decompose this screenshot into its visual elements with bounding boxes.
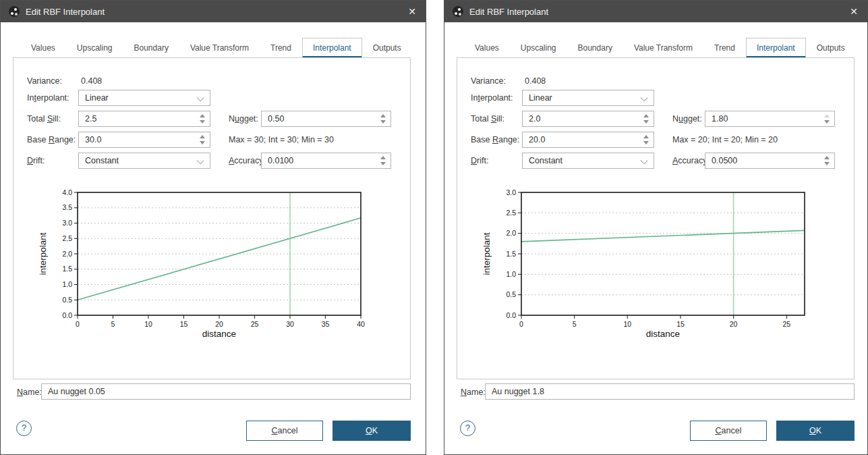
name-input[interactable] bbox=[485, 383, 855, 400]
accuracy-input[interactable] bbox=[261, 153, 391, 169]
name-field bbox=[41, 383, 411, 400]
x-tick-label: 35 bbox=[322, 320, 330, 328]
tab-trend[interactable]: Trend bbox=[260, 38, 302, 59]
y-tick-label: 0.0 bbox=[62, 311, 72, 319]
nugget-input[interactable] bbox=[261, 111, 391, 127]
nugget-field bbox=[705, 111, 835, 127]
edit-rbf-interpolant-dialog: Edit RBF Interpolant ✕ ValuesUpscalingBo… bbox=[444, 0, 868, 455]
nugget-label: Nugget: bbox=[229, 114, 258, 124]
tab-values[interactable]: Values bbox=[464, 38, 510, 59]
close-icon[interactable]: ✕ bbox=[407, 6, 417, 17]
interpolant-select[interactable]: Linear bbox=[78, 90, 210, 106]
nugget-spinner[interactable] bbox=[380, 113, 386, 124]
base-range-label: Base Range: bbox=[471, 135, 519, 144]
base-range-spinner[interactable] bbox=[643, 134, 649, 145]
x-tick-label: 0 bbox=[519, 320, 523, 328]
tab-outputs[interactable]: Outputs bbox=[362, 38, 412, 59]
x-tick-label: 10 bbox=[144, 320, 152, 328]
ok-button[interactable]: OK bbox=[332, 421, 411, 441]
interpolant-label: Interpolant: bbox=[471, 93, 513, 103]
y-tick-label: 1.5 bbox=[506, 250, 516, 258]
accuracy-spinner[interactable] bbox=[380, 155, 386, 166]
tab-value-transform[interactable]: Value Transform bbox=[179, 38, 260, 59]
rbf-interpolant-icon bbox=[453, 6, 463, 17]
interpolant-label: Interpolant: bbox=[27, 93, 69, 103]
y-axis-label: interpolant bbox=[482, 232, 492, 275]
y-tick-label: 1.5 bbox=[62, 265, 72, 273]
tab-upscaling[interactable]: Upscaling bbox=[66, 38, 123, 59]
x-tick-label: 30 bbox=[286, 320, 294, 328]
ok-button[interactable]: OK bbox=[776, 421, 855, 441]
total-sill-field bbox=[78, 111, 210, 127]
tab-trend[interactable]: Trend bbox=[703, 38, 746, 59]
tab-boundary[interactable]: Boundary bbox=[567, 38, 623, 59]
drift-select[interactable]: Constant bbox=[522, 153, 654, 169]
interpolant-selected-value: Linear bbox=[85, 93, 109, 103]
total-sill-spinner[interactable] bbox=[643, 113, 649, 124]
chevron-down-icon bbox=[197, 157, 204, 165]
content-groupbox: Variance: 0.408 Interpolant: Linear Tota… bbox=[457, 57, 855, 379]
total-sill-input[interactable] bbox=[78, 111, 210, 127]
accuracy-field bbox=[705, 153, 835, 169]
x-tick-label: 5 bbox=[573, 320, 577, 328]
x-axis-label: distance bbox=[202, 329, 236, 339]
nugget-label: Nugget: bbox=[672, 114, 702, 124]
y-tick-label: 0.5 bbox=[62, 296, 72, 304]
accuracy-spinner[interactable] bbox=[823, 155, 830, 166]
help-icon[interactable]: ? bbox=[460, 421, 475, 436]
chevron-down-icon bbox=[641, 157, 648, 165]
help-icon[interactable]: ? bbox=[16, 421, 32, 436]
nugget-spinner[interactable] bbox=[823, 113, 830, 124]
content-groupbox: Variance: 0.408 Interpolant: Linear Tota… bbox=[13, 57, 411, 379]
total-sill-spinner[interactable] bbox=[199, 113, 206, 124]
x-tick-label: 40 bbox=[357, 320, 365, 328]
x-tick-label: 10 bbox=[623, 320, 631, 328]
tab-interpolant[interactable]: Interpolant bbox=[746, 38, 806, 59]
tab-interpolant[interactable]: Interpolant bbox=[302, 38, 362, 59]
tab-boundary[interactable]: Boundary bbox=[123, 38, 179, 59]
base-range-spinner[interactable] bbox=[199, 134, 206, 145]
x-tick-label: 20 bbox=[730, 320, 738, 328]
base-range-input[interactable] bbox=[78, 132, 210, 148]
titlebar[interactable]: Edit RBF Interpolant ✕ bbox=[1, 1, 426, 22]
y-tick-label: 2.5 bbox=[506, 209, 516, 217]
y-tick-label: 2.0 bbox=[506, 229, 516, 237]
tab-value-transform[interactable]: Value Transform bbox=[623, 38, 703, 59]
interpolant-vs-distance-chart: 0.00.51.01.52.02.53.03.54.00510152025303… bbox=[13, 188, 399, 344]
x-axis-label: distance bbox=[646, 329, 680, 339]
dialog-title: Edit RBF Interpolant bbox=[26, 7, 105, 17]
accuracy-label: Accuracy: bbox=[229, 156, 266, 165]
x-tick-label: 15 bbox=[676, 320, 685, 328]
range-limits-info: Max = 20; Int = 20; Min = 20 bbox=[672, 135, 778, 144]
close-icon[interactable]: ✕ bbox=[848, 6, 859, 17]
dialog-title: Edit RBF Interpolant bbox=[469, 7, 548, 17]
cancel-button[interactable]: Cancel bbox=[690, 421, 767, 441]
interpolant-select[interactable]: Linear bbox=[522, 90, 654, 106]
nugget-input[interactable] bbox=[705, 111, 835, 127]
drift-select[interactable]: Constant bbox=[78, 153, 210, 169]
variance-label: Variance: bbox=[27, 76, 62, 86]
nugget-field bbox=[261, 111, 391, 127]
base-range-field bbox=[522, 132, 654, 148]
tab-outputs[interactable]: Outputs bbox=[806, 38, 856, 59]
accuracy-input[interactable] bbox=[705, 153, 835, 169]
tab-values[interactable]: Values bbox=[20, 38, 66, 59]
y-tick-label: 0.5 bbox=[506, 290, 516, 298]
interpolant-chart: 0.00.51.01.52.02.53.00510152025distancei… bbox=[457, 188, 843, 344]
drift-selected-value: Constant bbox=[529, 156, 562, 165]
base-range-input[interactable] bbox=[522, 132, 654, 148]
base-range-field bbox=[78, 132, 210, 148]
chevron-down-icon bbox=[197, 95, 204, 102]
cancel-button[interactable]: Cancel bbox=[246, 421, 323, 441]
series-interpolant bbox=[78, 218, 361, 300]
tab-upscaling[interactable]: Upscaling bbox=[510, 38, 567, 59]
x-tick-label: 5 bbox=[111, 320, 115, 328]
name-field bbox=[485, 383, 855, 400]
series-interpolant bbox=[521, 230, 805, 241]
drift-selected-value: Constant bbox=[85, 156, 119, 165]
total-sill-input[interactable] bbox=[522, 111, 654, 127]
name-input[interactable] bbox=[41, 383, 411, 400]
titlebar[interactable]: Edit RBF Interpolant ✕ bbox=[444, 1, 867, 22]
tab-strip: ValuesUpscalingBoundaryValue TransformTr… bbox=[20, 38, 415, 59]
variance-value: 0.408 bbox=[81, 76, 102, 86]
